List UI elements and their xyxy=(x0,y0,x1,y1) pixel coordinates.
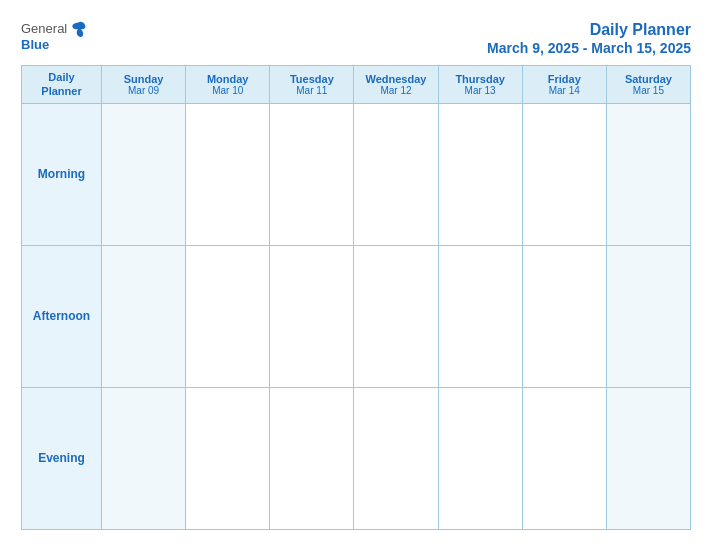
col-header-wed: Wednesday Mar 12 xyxy=(354,66,438,104)
row-evening: Evening xyxy=(22,387,691,529)
cell-afternoon-tue[interactable] xyxy=(270,245,354,387)
col-header-thu: Thursday Mar 13 xyxy=(438,66,522,104)
logo-blue: Blue xyxy=(21,38,49,52)
cell-morning-sat[interactable] xyxy=(606,103,690,245)
cell-afternoon-wed[interactable] xyxy=(354,245,438,387)
cell-afternoon-sat[interactable] xyxy=(606,245,690,387)
planner-subtitle: March 9, 2025 - March 15, 2025 xyxy=(487,40,691,56)
row-label-afternoon: Afternoon xyxy=(22,245,102,387)
cell-evening-tue[interactable] xyxy=(270,387,354,529)
header: General Blue Daily Planner March 9, 2025… xyxy=(21,20,691,57)
cell-morning-wed[interactable] xyxy=(354,103,438,245)
row-morning: Morning xyxy=(22,103,691,245)
logo-general: General xyxy=(21,22,67,36)
cell-afternoon-fri[interactable] xyxy=(522,245,606,387)
corner-header: Daily Planner xyxy=(22,66,102,104)
row-afternoon: Afternoon xyxy=(22,245,691,387)
logo-area: General Blue xyxy=(21,20,87,52)
col-header-mon: Monday Mar 10 xyxy=(186,66,270,104)
cell-afternoon-sun[interactable] xyxy=(102,245,186,387)
page: General Blue Daily Planner March 9, 2025… xyxy=(11,10,701,540)
cell-evening-sat[interactable] xyxy=(606,387,690,529)
col-header-tue: Tuesday Mar 11 xyxy=(270,66,354,104)
calendar-table: Daily Planner Sunday Mar 09 Monday Mar 1… xyxy=(21,65,691,530)
cell-morning-thu[interactable] xyxy=(438,103,522,245)
planner-title: Daily Planner xyxy=(590,21,691,38)
col-header-sun: Sunday Mar 09 xyxy=(102,66,186,104)
logo-bird-icon xyxy=(69,20,87,38)
col-header-sat: Saturday Mar 15 xyxy=(606,66,690,104)
cell-morning-fri[interactable] xyxy=(522,103,606,245)
cell-morning-sun[interactable] xyxy=(102,103,186,245)
row-label-morning: Morning xyxy=(22,103,102,245)
title-area: Daily Planner March 9, 2025 - March 15, … xyxy=(487,20,691,57)
cell-morning-mon[interactable] xyxy=(186,103,270,245)
col-header-fri: Friday Mar 14 xyxy=(522,66,606,104)
cell-evening-fri[interactable] xyxy=(522,387,606,529)
cell-evening-thu[interactable] xyxy=(438,387,522,529)
cell-afternoon-thu[interactable] xyxy=(438,245,522,387)
cell-evening-mon[interactable] xyxy=(186,387,270,529)
cell-morning-tue[interactable] xyxy=(270,103,354,245)
cell-evening-wed[interactable] xyxy=(354,387,438,529)
row-label-evening: Evening xyxy=(22,387,102,529)
cell-evening-sun[interactable] xyxy=(102,387,186,529)
cell-afternoon-mon[interactable] xyxy=(186,245,270,387)
